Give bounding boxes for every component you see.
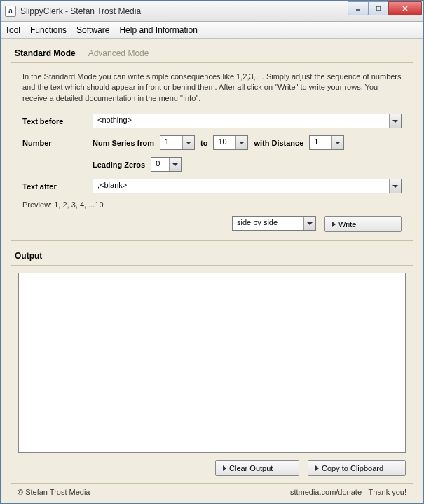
text-before-combo[interactable]: <nothing>	[93, 114, 402, 128]
to-label: to	[200, 139, 207, 147]
leading-zeros-dropdown-icon[interactable]	[169, 158, 181, 171]
mode-tabs: Standard Mode Advanced Mode	[11, 48, 413, 62]
write-arrow-icon	[332, 222, 336, 227]
leading-zeros-value: 0	[151, 158, 169, 171]
row-leading-zeros: Leading Zeros 0	[22, 157, 402, 172]
row-number: Number Num Series from 1 to 10 with Dist…	[22, 135, 402, 150]
menu-tool[interactable]: Tool	[5, 25, 20, 35]
svg-rect-1	[376, 6, 381, 11]
text-after-label: Text after	[22, 182, 93, 191]
copy-arrow-icon	[315, 465, 319, 471]
footer-right: sttmedia.com/donate - Thank you!	[290, 488, 406, 496]
num-to-value: 10	[214, 136, 235, 149]
window-controls	[348, 1, 422, 15]
distance-combo[interactable]: 1	[309, 135, 344, 150]
num-to-dropdown-icon[interactable]	[235, 136, 247, 149]
clear-output-button[interactable]: Clear Output	[215, 460, 299, 476]
preview-text: Preview: 1, 2, 3, 4, ...10	[22, 200, 402, 209]
leading-zeros-label: Leading Zeros	[93, 161, 145, 169]
maximize-button[interactable]	[368, 1, 389, 15]
clear-arrow-icon	[223, 465, 226, 471]
num-from-combo[interactable]: 1	[160, 135, 195, 150]
leading-zeros-combo[interactable]: 0	[151, 157, 182, 172]
footer-left: © Stefan Trost Media	[18, 488, 90, 496]
layout-mode-combo[interactable]: side by side	[232, 216, 316, 231]
clear-button-label: Clear Output	[229, 464, 273, 472]
num-from-dropdown-icon[interactable]	[182, 136, 194, 149]
menu-functions[interactable]: Functions	[30, 25, 67, 35]
output-label: Output	[15, 251, 413, 261]
output-panel: Clear Output Copy to Clipboard	[11, 265, 413, 484]
text-after-dropdown-icon[interactable]	[389, 179, 401, 193]
text-after-combo[interactable]: ,<blank>	[93, 179, 402, 193]
menu-help[interactable]: Help and Information	[119, 25, 197, 35]
titlebar[interactable]: a SlippyClerk - Stefan Trost Media	[1, 1, 423, 22]
description-text: In the Standard Mode you can write simpl…	[22, 71, 402, 104]
tab-standard[interactable]: Standard Mode	[15, 48, 76, 58]
num-series-label: Num Series from	[93, 139, 154, 147]
layout-mode-dropdown-icon[interactable]	[303, 217, 315, 230]
distance-value: 1	[310, 136, 331, 149]
num-from-value: 1	[160, 136, 182, 149]
write-button-label: Write	[338, 220, 356, 229]
content-area: Standard Mode Advanced Mode In the Stand…	[1, 39, 423, 503]
number-label: Number	[22, 139, 93, 147]
menubar: Tool Functions Software Help and Informa…	[1, 22, 423, 39]
text-before-label: Text before	[22, 117, 93, 125]
num-to-combo[interactable]: 10	[213, 135, 248, 150]
output-textarea[interactable]	[18, 273, 406, 453]
text-after-value: ,<blank>	[93, 179, 389, 193]
output-button-row: Clear Output Copy to Clipboard	[18, 460, 406, 476]
text-before-value: <nothing>	[93, 114, 389, 128]
tab-advanced[interactable]: Advanced Mode	[88, 48, 149, 58]
menu-software[interactable]: Software	[76, 25, 109, 35]
app-icon: a	[5, 6, 16, 17]
row-text-before: Text before <nothing>	[22, 114, 402, 128]
settings-panel: In the Standard Mode you can write simpl…	[11, 62, 413, 241]
write-button[interactable]: Write	[324, 216, 402, 232]
minimize-button[interactable]	[348, 1, 369, 15]
panel-button-row: side by side Write	[22, 216, 402, 232]
close-button[interactable]	[388, 1, 422, 15]
distance-dropdown-icon[interactable]	[331, 136, 343, 149]
app-window: a SlippyClerk - Stefan Trost Media Tool …	[0, 0, 424, 504]
row-text-after: Text after ,<blank>	[22, 179, 402, 193]
distance-label: with Distance	[254, 139, 303, 147]
layout-mode-value: side by side	[233, 217, 303, 230]
window-title: SlippyClerk - Stefan Trost Media	[20, 6, 348, 16]
copy-clipboard-button[interactable]: Copy to Clipboard	[308, 460, 406, 476]
footer: © Stefan Trost Media sttmedia.com/donate…	[11, 484, 413, 500]
text-before-dropdown-icon[interactable]	[389, 114, 401, 128]
copy-button-label: Copy to Clipboard	[322, 464, 383, 472]
